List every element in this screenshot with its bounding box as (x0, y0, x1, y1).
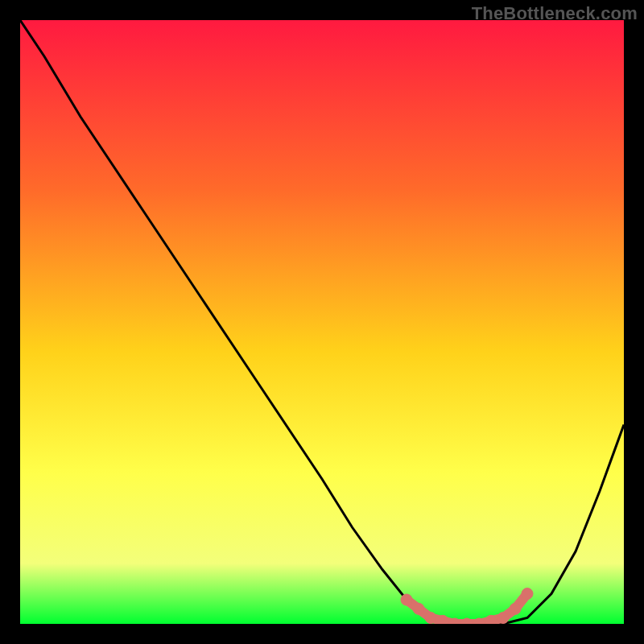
plot-area (20, 20, 624, 624)
marker-dot (437, 615, 448, 624)
marker-dot (401, 594, 412, 605)
marker-dot (413, 603, 424, 614)
marker-dot (485, 615, 497, 624)
chart-frame: TheBottleneck.com (0, 0, 644, 644)
marker-dot (425, 613, 436, 624)
bottleneck-chart (20, 20, 624, 624)
gradient-background (20, 20, 624, 624)
marker-dot (497, 613, 509, 624)
marker-dot (522, 588, 533, 600)
watermark-text: TheBottleneck.com (472, 3, 638, 24)
marker-dot (510, 603, 521, 614)
